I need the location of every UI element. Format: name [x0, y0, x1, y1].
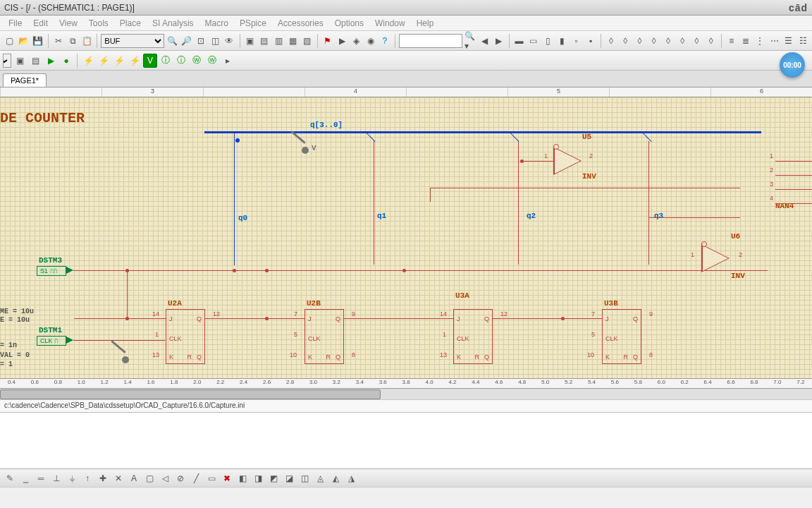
help-icon[interactable]: ? [379, 34, 391, 48]
part-combo[interactable]: BUF [101, 34, 164, 48]
paste-icon[interactable]: 📋 [80, 34, 93, 48]
zoom-area-icon[interactable]: ◫ [209, 34, 221, 48]
search-input[interactable] [399, 34, 462, 48]
jkff-u2b[interactable]: J Q CLK K R Q [304, 309, 344, 364]
menu-window[interactable]: Window [369, 16, 411, 30]
tool-e-icon[interactable]: ▧ [300, 34, 313, 48]
sim-icon[interactable]: ▶ [336, 34, 348, 48]
jkff-u3b[interactable]: J Q CLK K R Q [602, 309, 641, 364]
copy-icon[interactable]: ⧉ [66, 34, 79, 48]
bus-q[interactable] [204, 131, 761, 133]
align1-icon[interactable]: ▬ [512, 34, 525, 48]
run-icon[interactable]: ▶ [44, 54, 58, 68]
fmt4-icon[interactable]: ⋯ [768, 34, 781, 48]
place-bus-icon[interactable]: ═ [34, 471, 48, 485]
timer-badge[interactable]: 00:00 [780, 52, 805, 78]
menu-view[interactable]: View [54, 16, 83, 30]
next-icon[interactable]: ▶ [492, 34, 505, 48]
schematic-canvas[interactable]: 3456 DE COUNTER q[3..0] q0 q1 q2 q3 V DS… [0, 87, 812, 388]
zoom-in-icon[interactable]: 🔍 [166, 34, 178, 48]
place-junc-icon[interactable]: ✚ [96, 471, 110, 485]
menu-options[interactable]: Options [329, 16, 369, 30]
place-del-icon[interactable]: ✖ [220, 471, 234, 485]
stop-icon[interactable]: ● [59, 54, 73, 68]
place-wire-icon[interactable]: ⎯ [18, 471, 32, 485]
menu-help[interactable]: Help [411, 16, 440, 30]
misc1-icon[interactable]: ◈ [350, 34, 362, 48]
grid[interactable]: DE COUNTER q[3..0] q0 q1 q2 q3 V DSTM3 S… [0, 97, 812, 378]
probe1-icon[interactable]: ⚡ [81, 54, 95, 68]
menu-sianalysis[interactable]: SI Analysis [147, 16, 199, 30]
grp8-icon[interactable]: ◊ [705, 34, 718, 48]
grp4-icon[interactable]: ◊ [648, 34, 660, 48]
zoom-out-icon[interactable]: 🔎 [180, 34, 193, 48]
probe2-icon[interactable]: ⚡ [97, 54, 111, 68]
jkff-u2a[interactable]: J Q CLK K R Q [166, 309, 205, 364]
tab-page1[interactable]: PAGE1* [3, 73, 47, 87]
prev-icon[interactable]: ◀ [478, 34, 491, 48]
place-t4-icon[interactable]: ◪ [282, 471, 296, 485]
place-rect-icon[interactable]: ▭ [204, 471, 219, 485]
marker-i1-icon[interactable]: ⓘ [159, 54, 173, 68]
inverter-u6[interactable] [701, 244, 730, 272]
place-noconn-icon[interactable]: ✕ [111, 471, 125, 485]
align6-icon[interactable]: ▪ [584, 34, 597, 48]
cut-icon[interactable]: ✂ [52, 34, 65, 48]
grp7-icon[interactable]: ◊ [690, 34, 703, 48]
fmt1-icon[interactable]: ≡ [725, 34, 738, 48]
sim2-icon[interactable]: ▤ [28, 54, 42, 68]
fmt2-icon[interactable]: ≣ [739, 34, 752, 48]
open-icon[interactable]: 📂 [17, 34, 30, 48]
search-icon[interactable]: 🔍▾ [464, 34, 476, 48]
grp1-icon[interactable]: ◊ [605, 34, 617, 48]
profile-combo[interactable] [3, 54, 11, 68]
jkff-u3a[interactable]: J Q CLK K R Q [453, 309, 493, 364]
place-t7-icon[interactable]: ◭ [328, 471, 343, 485]
align3-icon[interactable]: ▯ [541, 34, 554, 48]
fmt6-icon[interactable]: ☷ [796, 34, 809, 48]
place-t5-icon[interactable]: ◫ [297, 471, 312, 485]
tool-d-icon[interactable]: ▦ [286, 34, 299, 48]
misc2-icon[interactable]: ◉ [364, 34, 376, 48]
menu-macro[interactable]: Macro [199, 16, 234, 30]
scrollbar-thumb[interactable] [0, 389, 381, 399]
menu-place[interactable]: Place [114, 16, 147, 30]
drc-icon[interactable]: ⚑ [321, 34, 334, 48]
grp3-icon[interactable]: ◊ [633, 34, 646, 48]
place-t8-icon[interactable]: ◮ [344, 471, 358, 485]
place-net-icon[interactable]: ⊥ [49, 471, 63, 485]
sim1-icon[interactable]: ▣ [13, 54, 27, 68]
place-pwr-icon[interactable]: ↑ [80, 471, 94, 485]
place-line-icon[interactable]: ╱ [189, 471, 203, 485]
place-hier-icon[interactable]: ▢ [142, 471, 156, 485]
probe3-icon[interactable]: ⚡ [112, 54, 126, 68]
place-t3-icon[interactable]: ◩ [266, 471, 281, 485]
menu-pspice[interactable]: PSpice [234, 16, 272, 30]
place-t1-icon[interactable]: ◧ [235, 471, 250, 485]
tool-a-icon[interactable]: ▣ [243, 34, 256, 48]
stim-s1-body[interactable]: S1 ⎍⎍ [37, 266, 66, 276]
horizontal-scrollbar[interactable] [0, 388, 812, 399]
save-icon[interactable]: 💾 [32, 34, 44, 48]
grp5-icon[interactable]: ◊ [662, 34, 675, 48]
zoom-fit-icon[interactable]: ⊡ [195, 34, 207, 48]
align4-icon[interactable]: ▮ [555, 34, 568, 48]
place-port-icon[interactable]: ◁ [158, 471, 172, 485]
place-t6-icon[interactable]: ◬ [313, 471, 327, 485]
align5-icon[interactable]: ▫ [570, 34, 582, 48]
view-icon[interactable]: 👁 [223, 34, 235, 48]
marker-v-icon[interactable]: V [143, 54, 157, 68]
fmt5-icon[interactable]: ☰ [782, 34, 795, 48]
place-t2-icon[interactable]: ◨ [251, 471, 265, 485]
marker-i2-icon[interactable]: ⓘ [174, 54, 188, 68]
place-part-icon[interactable]: ✎ [3, 471, 17, 485]
place-off-icon[interactable]: ⊘ [173, 471, 187, 485]
menu-tools[interactable]: Tools [83, 16, 114, 30]
probe4-icon[interactable]: ⚡ [128, 54, 142, 68]
marker-w2-icon[interactable]: ⓦ [205, 54, 219, 68]
tool-b-icon[interactable]: ▤ [258, 34, 271, 48]
place-gnd-icon[interactable]: ⏚ [65, 471, 79, 485]
inverter-u5[interactable] [553, 147, 582, 175]
menu-edit[interactable]: Edit [27, 16, 54, 30]
align2-icon[interactable]: ▭ [527, 34, 540, 48]
